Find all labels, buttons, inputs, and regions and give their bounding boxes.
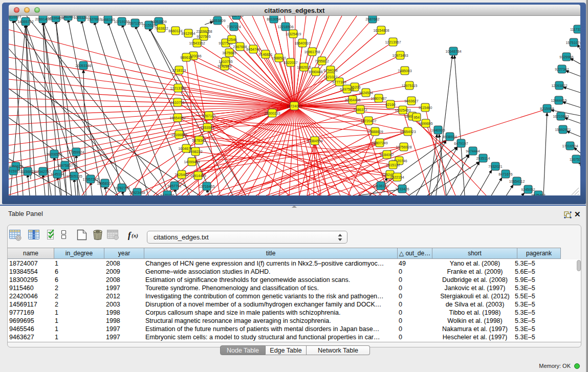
svg-text:12213967: 12213967 xyxy=(385,40,401,44)
svg-text:1362615: 1362615 xyxy=(297,65,311,69)
svg-text:20364436: 20364436 xyxy=(344,98,360,102)
svg-text:989614: 989614 xyxy=(180,56,192,59)
svg-text:14136141: 14136141 xyxy=(373,184,388,188)
svg-text:12093822: 12093822 xyxy=(551,84,567,87)
svg-text:9862478: 9862478 xyxy=(229,16,243,17)
svg-text:9699695: 9699695 xyxy=(419,122,432,125)
svg-text:16914479: 16914479 xyxy=(190,174,206,178)
svg-text:1615132: 1615132 xyxy=(386,163,400,167)
svg-text:19654952: 19654952 xyxy=(169,116,185,120)
svg-text:12923448: 12923448 xyxy=(129,191,145,194)
svg-text:10543362: 10543362 xyxy=(189,41,205,45)
svg-text:10648784: 10648784 xyxy=(445,50,461,53)
svg-text:7932021: 7932021 xyxy=(488,165,502,168)
svg-text:13110077: 13110077 xyxy=(9,16,21,19)
svg-text:18807249: 18807249 xyxy=(372,141,387,145)
svg-text:9857791: 9857791 xyxy=(167,184,181,188)
svg-text:(x): (x) xyxy=(132,232,138,239)
svg-text:14099489: 14099489 xyxy=(184,160,200,164)
svg-text:11173106: 11173106 xyxy=(570,28,580,31)
svg-text:12218506: 12218506 xyxy=(277,25,293,29)
svg-text:6497508: 6497508 xyxy=(340,87,354,91)
svg-text:7955812: 7955812 xyxy=(315,59,329,63)
svg-text:9146821: 9146821 xyxy=(258,53,272,56)
svg-text:3675685: 3675685 xyxy=(222,51,236,55)
svg-text:10654112: 10654112 xyxy=(509,180,525,183)
svg-text:16782759: 16782759 xyxy=(114,186,129,190)
svg-text:1910755: 1910755 xyxy=(219,60,232,63)
svg-text:25300233: 25300233 xyxy=(264,112,280,115)
svg-text:12444415: 12444415 xyxy=(551,99,567,102)
svg-text:9474444: 9474444 xyxy=(466,149,480,153)
svg-text:12505135: 12505135 xyxy=(66,174,82,178)
svg-text:8990448: 8990448 xyxy=(309,70,322,74)
svg-text:9463627: 9463627 xyxy=(404,99,418,103)
svg-text:13716465: 13716465 xyxy=(199,185,214,188)
svg-text:16154808: 16154808 xyxy=(373,29,389,32)
svg-text:9470156: 9470156 xyxy=(160,193,174,195)
svg-text:1588520: 1588520 xyxy=(272,56,286,60)
svg-text:6479197: 6479197 xyxy=(454,142,468,145)
svg-text:10807487: 10807487 xyxy=(371,97,386,100)
svg-text:3915911: 3915911 xyxy=(9,169,20,173)
svg-text:20053346: 20053346 xyxy=(75,64,91,68)
svg-text:9245052: 9245052 xyxy=(521,188,535,191)
svg-text:1167533: 1167533 xyxy=(570,158,580,161)
svg-text:9777169: 9777169 xyxy=(332,80,346,84)
svg-text:2935114: 2935114 xyxy=(476,157,490,160)
svg-text:15692971: 15692971 xyxy=(555,128,571,132)
svg-text:9329966: 9329966 xyxy=(559,55,573,59)
svg-text:9184067: 9184067 xyxy=(380,153,394,157)
svg-text:11156829: 11156829 xyxy=(20,170,35,173)
svg-text:8660124: 8660124 xyxy=(168,29,182,33)
svg-text:954: 954 xyxy=(413,116,420,119)
svg-text:19166825: 19166825 xyxy=(171,133,187,137)
svg-text:8322037: 8322037 xyxy=(284,61,297,64)
svg-text:1145194: 1145194 xyxy=(51,172,64,176)
svg-text:8938934: 8938934 xyxy=(443,135,456,139)
svg-text:12342737: 12342737 xyxy=(35,170,51,173)
svg-text:1640935: 1640935 xyxy=(431,128,445,132)
svg-text:3498222: 3498222 xyxy=(188,150,202,154)
svg-text:1733426: 1733426 xyxy=(395,187,409,191)
svg-text:1353594: 1353594 xyxy=(200,126,214,129)
svg-text:8267110: 8267110 xyxy=(202,114,216,118)
svg-text:19384554: 19384554 xyxy=(307,139,322,143)
svg-text:18640910: 18640910 xyxy=(294,41,310,45)
svg-text:12546: 12546 xyxy=(227,38,237,41)
svg-text:2687682: 2687682 xyxy=(365,17,379,21)
svg-text:10958107: 10958107 xyxy=(97,182,113,185)
svg-text:9625463: 9625463 xyxy=(531,193,545,195)
svg-text:7485003: 7485003 xyxy=(398,69,411,73)
svg-text:20206526: 20206526 xyxy=(46,152,62,156)
svg-text:16961758: 16961758 xyxy=(304,50,320,54)
svg-text:9327505: 9327505 xyxy=(197,35,210,38)
svg-text:8912954: 8912954 xyxy=(181,32,195,35)
svg-text:15751074: 15751074 xyxy=(565,41,580,45)
svg-text:62160: 62160 xyxy=(385,103,396,106)
svg-text:30975857: 30975857 xyxy=(57,164,73,167)
svg-text:14055712: 14055712 xyxy=(17,20,33,24)
svg-text:17016504: 17016504 xyxy=(562,144,578,148)
svg-text:9115460: 9115460 xyxy=(419,106,432,110)
svg-text:16671355: 16671355 xyxy=(127,21,143,25)
svg-text:1610755: 1610755 xyxy=(170,101,184,104)
svg-text:6794028: 6794028 xyxy=(323,69,337,72)
svg-text:16053809: 16053809 xyxy=(150,20,166,24)
svg-text:12975115: 12975115 xyxy=(402,84,418,87)
svg-text:3624534: 3624534 xyxy=(359,91,373,95)
svg-text:11325419: 11325419 xyxy=(286,32,301,36)
svg-text:8471676: 8471676 xyxy=(498,172,512,176)
svg-text:19654923: 19654923 xyxy=(400,130,416,134)
svg-text:18724007: 18724007 xyxy=(286,104,302,108)
svg-text:8454749: 8454749 xyxy=(246,48,260,51)
svg-text:16653809: 16653809 xyxy=(209,19,225,23)
svg-text:7625402: 7625402 xyxy=(175,173,188,177)
svg-text:10973493: 10973493 xyxy=(392,54,408,57)
svg-text:15720407: 15720407 xyxy=(360,119,376,123)
svg-text:6466160: 6466160 xyxy=(101,18,115,21)
svg-text:10756928: 10756928 xyxy=(396,145,411,149)
svg-text:8215958: 8215958 xyxy=(540,107,554,111)
svg-text:5878342: 5878342 xyxy=(192,139,206,142)
svg-text:1527602: 1527602 xyxy=(87,17,101,21)
